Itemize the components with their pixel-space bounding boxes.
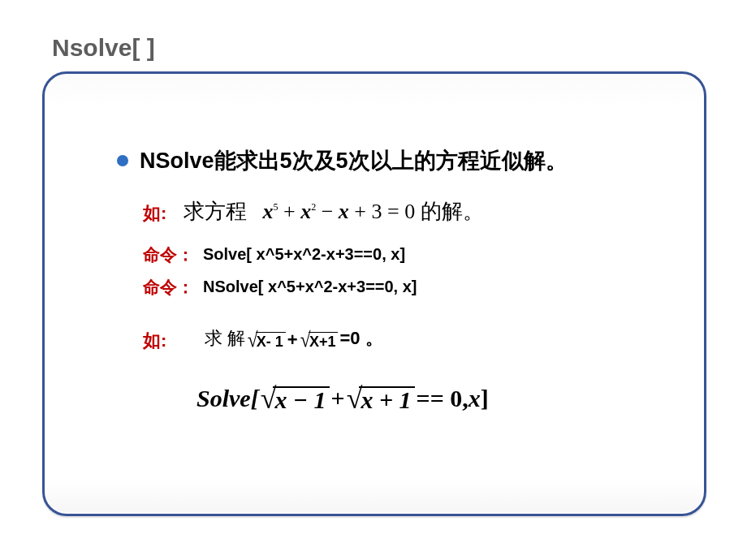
- example2-prefix: 求 解: [205, 326, 245, 351]
- example2-label: 如:: [143, 329, 166, 353]
- bullet-body: Solve能求出5次及5次以上的方程近似解。: [156, 149, 568, 173]
- example2-tail: =0 。: [339, 326, 382, 351]
- slide: Nsolve[ ] NSolve能求出5次及5次以上的方程近似解。 如: 求方程…: [42, 26, 708, 523]
- big-radicand1: x − 1: [273, 386, 329, 412]
- eq-plus1: +: [283, 200, 300, 223]
- slide-title: Nsolve[ ]: [52, 34, 155, 62]
- eq-pow1: 5: [274, 201, 279, 213]
- sqrt1: √ X- 1: [247, 328, 286, 351]
- radicand1: X- 1: [256, 332, 286, 351]
- big-sqrt1: √ x − 1: [261, 381, 330, 412]
- example2-equation: 求 解 √ X- 1 + √ X+1 =0 。: [205, 326, 383, 351]
- cmd2-code: NSolve[ x^5+x^2-x+3==0, x]: [203, 278, 417, 296]
- big-x: x: [468, 385, 481, 412]
- big-plus: +: [331, 385, 345, 412]
- bullet-lead: N: [140, 149, 156, 173]
- example1-suffix: 的解。: [421, 200, 484, 223]
- sqrt2: √ X+1: [300, 328, 339, 351]
- eq-plus2: −: [322, 200, 339, 223]
- big-sqrt2: √ x + 1: [347, 381, 415, 412]
- eq-pow2: 2: [311, 201, 316, 213]
- big-eq-zero: == 0,: [417, 385, 468, 412]
- example1-label: 如:: [143, 201, 166, 226]
- example1-equation: 求方程 x5 + x2 − x + 3 = 0 的解。: [184, 197, 484, 226]
- eq-x3: x: [339, 200, 349, 223]
- big-solve-open: Solve[: [196, 385, 259, 412]
- radical-icon: √: [300, 330, 310, 351]
- big-close: ]: [481, 385, 489, 412]
- eq-tail: + 3 = 0: [354, 200, 415, 223]
- eq-x2: x: [300, 200, 311, 223]
- radical-icon: √: [247, 330, 257, 351]
- big-radicand2: x + 1: [359, 386, 414, 412]
- bullet-icon: [117, 155, 128, 166]
- bullet-text: NSolve能求出5次及5次以上的方程近似解。: [140, 146, 568, 175]
- cmd1-label: 命令：: [143, 243, 194, 266]
- cmd2-label: 命令：: [143, 276, 194, 299]
- bullet-row: NSolve能求出5次及5次以上的方程近似解。: [117, 146, 568, 175]
- radicand2: X+1: [309, 332, 339, 351]
- example2-plus: +: [287, 330, 298, 351]
- eq-x1: x: [263, 200, 274, 223]
- example1-prefix: 求方程: [184, 200, 247, 223]
- big-solve-equation: Solve[ √ x − 1 + √ x + 1 == 0, x]: [196, 381, 489, 412]
- cmd1-code: Solve[ x^5+x^2-x+3==0, x]: [203, 245, 405, 264]
